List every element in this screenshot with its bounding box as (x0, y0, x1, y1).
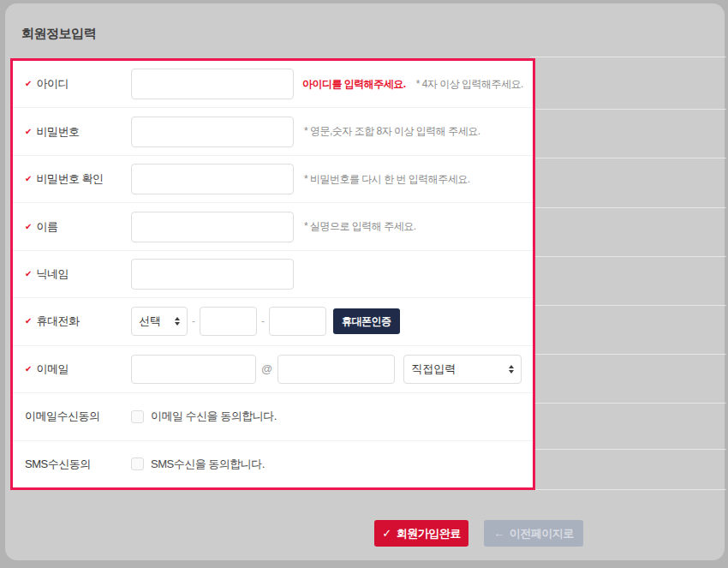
phone-verify-button[interactable]: 휴대폰인증 (333, 308, 400, 334)
email-domain-select-value: 직접입력 (411, 362, 456, 377)
phone-label: 휴대전화 (36, 314, 79, 329)
dimmed-table-line (530, 403, 726, 404)
email-at-sign: @ (261, 362, 272, 375)
name-label: 이름 (36, 219, 57, 235)
sms-optin-label: SMS수신동의 (25, 457, 91, 472)
form-row-password-confirm: ✔ 비밀번호 확인 * 비밀번호를 다시 한 번 입력해주세요. (13, 156, 533, 203)
page-title: 회원정보입력 (21, 26, 96, 42)
required-check-icon: ✔ (25, 270, 32, 278)
id-error-message: 아이디를 입력해주세요. (302, 77, 406, 92)
sms-optin-checkbox[interactable] (131, 457, 144, 470)
phone-prefix-select[interactable]: 선택 (131, 307, 188, 336)
nickname-input[interactable] (131, 259, 294, 290)
password-confirm-input[interactable] (131, 164, 294, 194)
arrow-left-icon: ← (493, 527, 504, 540)
id-label: 아이디 (36, 76, 69, 92)
password-confirm-label: 비밀번호 확인 (36, 171, 103, 187)
prev-page-label: 이전페이지로 (510, 526, 574, 541)
phone-dash: - (192, 315, 195, 327)
dimmed-table-line (530, 256, 726, 257)
form-row-email-optin: 이메일수신동의 이메일 수신을 동의합니다. (13, 393, 533, 440)
form-row-phone: ✔ 휴대전화 선택 - - 휴대폰인증 (13, 298, 533, 345)
password-input[interactable] (131, 117, 294, 147)
dimmed-table-line (530, 305, 726, 306)
phone-last-input[interactable] (269, 307, 326, 336)
email-optin-checkbox[interactable] (131, 410, 144, 423)
select-arrows-icon (175, 317, 180, 326)
phone-prefix-select-value: 선택 (139, 314, 161, 329)
form-row-id: ✔ 아이디 아이디를 입력해주세요. * 4자 이상 입력해주세요. (13, 61, 533, 108)
required-check-icon: ✔ (25, 365, 32, 374)
password-confirm-hint: * 비밀번호를 다시 한 번 입력해주세요. (304, 172, 470, 187)
dimmed-table-line (530, 354, 726, 355)
sms-optin-checkbox-label: SMS수신을 동의합니다. (151, 457, 265, 472)
signup-form-highlight: ✔ 아이디 아이디를 입력해주세요. * 4자 이상 입력해주세요. ✔ 비밀번… (10, 58, 535, 490)
password-hint: * 영문,숫자 조합 8자 이상 입력해 주세요. (304, 124, 480, 139)
form-row-nickname: ✔ 닉네임 (13, 251, 533, 298)
phone-mid-input[interactable] (200, 307, 257, 336)
required-check-icon: ✔ (25, 223, 32, 231)
dimmed-table-line (530, 207, 726, 208)
email-domain-select[interactable]: 직접입력 (403, 355, 522, 384)
dimmed-table-line (530, 449, 726, 450)
phone-dash: - (261, 315, 265, 327)
email-local-input[interactable] (131, 355, 256, 384)
dimmed-table-line (530, 158, 726, 158)
name-input[interactable] (131, 212, 294, 242)
required-check-icon: ✔ (25, 128, 32, 136)
email-domain-input[interactable] (277, 355, 395, 384)
required-check-icon: ✔ (25, 317, 32, 326)
prev-page-button[interactable]: ← 이전페이지로 (484, 520, 583, 547)
password-label: 비밀번호 (36, 124, 79, 140)
email-label: 이메일 (36, 362, 69, 377)
signup-submit-button[interactable]: ✓ 회원가입완료 (374, 520, 468, 547)
email-optin-checkbox-label: 이메일 수신을 동의합니다. (151, 409, 277, 424)
form-row-name: ✔ 이름 * 실명으로 입력해 주세요. (13, 203, 533, 250)
required-check-icon: ✔ (25, 175, 32, 183)
name-hint: * 실명으로 입력해 주세요. (304, 219, 416, 234)
select-arrows-icon (509, 365, 514, 374)
form-row-password: ✔ 비밀번호 * 영문,숫자 조합 8자 이상 입력해 주세요. (13, 108, 533, 155)
id-input[interactable] (131, 69, 294, 99)
dimmed-table-line (530, 109, 726, 110)
dimmed-table-line (530, 489, 726, 490)
nickname-label: 닉네임 (36, 266, 69, 282)
dimmed-table-line (530, 57, 726, 57)
required-check-icon: ✔ (25, 80, 32, 88)
form-row-email: ✔ 이메일 @ 직접입력 (13, 346, 533, 393)
form-row-sms-optin: SMS수신동의 SMS수신을 동의합니다. (13, 441, 533, 487)
check-icon: ✓ (382, 527, 391, 540)
email-optin-label: 이메일수신동의 (25, 409, 100, 424)
id-hint: * 4자 이상 입력해주세요. (416, 77, 523, 92)
signup-submit-label: 회원가입완료 (397, 526, 461, 541)
